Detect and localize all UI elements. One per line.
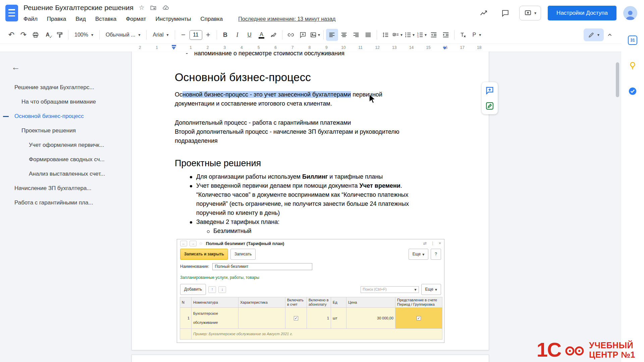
outline-item[interactable]: Учет оформления первичк... <box>0 138 127 152</box>
calendar-icon[interactable]: 31 <box>627 35 638 46</box>
paragraph-2[interactable]: Дополнительный процесс - работа с гарант… <box>175 118 439 127</box>
outline-item[interactable]: Решение задачи Бухгалтерс... <box>0 80 127 95</box>
first-line-indent-marker[interactable] <box>172 45 176 46</box>
paragraph-style-select[interactable]: Обычный ...▾ <box>102 29 144 41</box>
bullet-list: Для организации работы используем Биллин… <box>175 172 439 236</box>
highlighter-icon <box>270 31 277 39</box>
insert-image-button[interactable]: ▾ <box>309 29 321 41</box>
edit-suggestion-button[interactable] <box>485 101 495 111</box>
right-indent-marker[interactable] <box>443 47 447 50</box>
bullet-item[interactable]: Учет введенной первички делаем при помощ… <box>175 181 439 218</box>
numbered-list-button[interactable]: 1.2.3. ▾ <box>416 29 428 41</box>
paragraph-3[interactable]: Второй дополнительный процесс - начислен… <box>175 127 439 145</box>
embed-window-titlebar: ← → ☆ Полный безлимит (Тарифный план) ⇄ … <box>177 239 444 248</box>
outline-item[interactable]: Формирование сводных сч... <box>0 152 127 167</box>
menu-file[interactable]: Файл <box>23 16 38 22</box>
add-comment-button[interactable] <box>485 85 495 96</box>
embed-section-link: Запланированные услуги, работы, товары <box>177 273 444 283</box>
sub-bullet-item[interactable]: Безлимитный <box>175 227 439 236</box>
cloud-status-icon[interactable] <box>162 4 169 11</box>
document-page[interactable]: -напоминание о пересмотре стоимости обсл… <box>131 52 489 350</box>
decrease-indent-button[interactable] <box>428 29 440 41</box>
activity-icon[interactable] <box>476 6 491 20</box>
menu-edit[interactable]: Правка <box>47 16 66 22</box>
menu-insert[interactable]: Вставка <box>95 16 116 22</box>
bullet-item[interactable]: Для организации работы используем Биллин… <box>175 172 439 181</box>
menu-tools[interactable]: Инструменты <box>156 16 191 22</box>
outline-item[interactable]: Работа с гарантийными пла... <box>0 195 127 210</box>
document-title[interactable]: Решение Бухгалтерские решения <box>23 4 133 12</box>
font-select[interactable]: Arial▾ <box>149 29 172 41</box>
ruler[interactable]: 21123456789101112131415161718 <box>0 44 644 52</box>
clear-formatting-button[interactable] <box>457 29 469 41</box>
tasks-icon[interactable] <box>627 86 638 97</box>
underline-button[interactable]: U <box>244 29 256 41</box>
bulleted-list-button[interactable]: ▾ <box>404 29 416 41</box>
highlight-button[interactable] <box>268 29 280 41</box>
vertical-scrollbar[interactable] <box>616 62 619 97</box>
link-icon: ⇄ <box>423 239 427 248</box>
embedded-1c-screenshot[interactable]: ← → ☆ Полный безлимит (Тарифный план) ⇄ … <box>177 239 444 343</box>
checklist-button[interactable]: ▾ <box>391 29 404 41</box>
more-button: Еще▾ <box>421 284 441 295</box>
outline-item[interactable]: Проектные решения <box>0 123 127 138</box>
move-folder-icon[interactable] <box>150 4 157 11</box>
logo-1c-mark: 1С <box>537 340 561 360</box>
tariff-table: N Номенклатура Характеристика Включать в… <box>180 297 442 340</box>
font-size-input[interactable]: 11 <box>190 30 202 40</box>
undo-button[interactable]: ↶ <box>5 29 17 41</box>
redo-button[interactable]: ↷ <box>17 29 30 41</box>
avatar[interactable] <box>623 6 637 20</box>
share-button[interactable]: Настройки Доступа <box>548 6 616 20</box>
paragraph-1[interactable]: Основной бизнес-процесс - это учет занес… <box>175 90 439 108</box>
keep-icon[interactable] <box>627 60 638 71</box>
mode-menu[interactable]: Р▾ <box>469 29 485 41</box>
topbar: Решение Бухгалтерские решения ☆ Файл Пра… <box>0 0 644 26</box>
outline-item-active[interactable]: Основной бизнес-процесс <box>0 109 127 123</box>
zoom-select[interactable]: 100%▾ <box>71 29 97 41</box>
star-icon[interactable]: ☆ <box>139 4 145 11</box>
list-item-partial[interactable]: -напоминание о пересмотре стоимости обсл… <box>175 52 439 58</box>
add-comment-button[interactable] <box>297 29 309 41</box>
chevron-down-icon: ▾ <box>167 33 169 37</box>
outline-item[interactable]: Анализ выставленных счет... <box>0 167 127 181</box>
hide-menus-button[interactable] <box>604 29 616 41</box>
document-content[interactable]: -напоминание о пересмотре стоимости обсл… <box>175 52 439 343</box>
heading-1[interactable]: Основной бизнес-процесс <box>175 71 439 84</box>
menu-help[interactable]: Справка <box>201 16 223 22</box>
spellcheck-button[interactable]: A✓ <box>42 29 54 41</box>
align-right-button[interactable] <box>350 29 362 41</box>
document-page-next[interactable] <box>131 355 489 362</box>
font-size-increase-button[interactable]: + <box>202 29 214 41</box>
paint-format-button[interactable] <box>54 29 66 41</box>
heading-2[interactable]: Проектные решения <box>175 158 439 169</box>
chevron-down-icon: ▾ <box>435 288 437 292</box>
menu-view[interactable]: Вид <box>75 16 86 22</box>
document-outline: ← Решение задачи Бухгалтерс... На что об… <box>0 52 131 362</box>
bullet-item[interactable]: Заведены 2 тарифных плана: <box>175 218 439 227</box>
increase-indent-button[interactable] <box>440 29 452 41</box>
back-arrow-icon[interactable]: ← <box>11 63 20 71</box>
docs-logo[interactable] <box>5 5 18 21</box>
left-indent-marker[interactable] <box>172 47 176 50</box>
edit-pencil-icon <box>485 101 494 111</box>
comment-plus-icon <box>299 31 307 39</box>
line-spacing-button[interactable] <box>379 29 391 41</box>
outline-item[interactable]: Начисление ЗП бухгалтера... <box>0 181 127 195</box>
last-edit-link[interactable]: Последнее изменение: 13 минут назад <box>238 16 335 22</box>
align-left-button[interactable] <box>326 29 338 41</box>
insert-link-button[interactable] <box>285 29 297 41</box>
present-button[interactable]: ▾ <box>519 6 541 20</box>
print-button[interactable] <box>30 29 42 41</box>
menu-format[interactable]: Формат <box>126 16 146 22</box>
font-size-decrease-button[interactable]: − <box>177 29 190 41</box>
editing-mode-button[interactable]: ▾ <box>584 28 604 41</box>
outline-item[interactable]: На что обращаем внимание <box>0 95 127 109</box>
comments-icon[interactable] <box>498 6 513 20</box>
italic-button[interactable]: I <box>231 29 244 41</box>
text-color-button[interactable]: A <box>256 29 268 41</box>
align-center-button[interactable] <box>338 29 350 41</box>
header-main: Решение Бухгалтерские решения ☆ Файл Пра… <box>23 2 476 24</box>
align-justify-button[interactable] <box>362 29 374 41</box>
bold-button[interactable]: B <box>219 29 231 41</box>
